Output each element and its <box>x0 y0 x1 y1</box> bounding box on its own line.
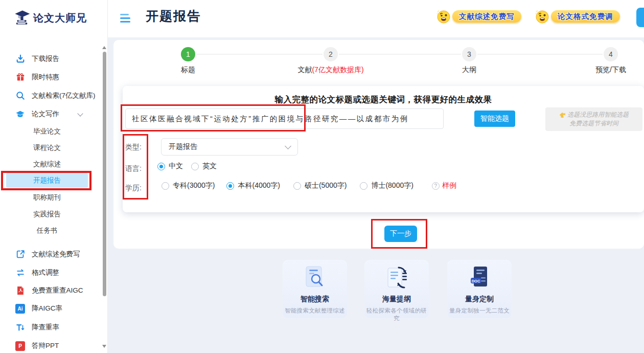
subitem-label: 职称期刊 <box>33 193 61 202</box>
degree-options: 专科(3000字) 本科(4000字) 硕士(5000字) 博士(8000字) … <box>162 181 456 190</box>
feature-card-tailor-made[interactable]: DOC 量身定制 量身定制独一无二范文 <box>447 260 512 318</box>
subitem-label: 开题报告 <box>33 176 61 185</box>
promo-paper-format-free[interactable]: 论文格式免费调 <box>534 9 620 24</box>
sidebar-item-label: 论文写作 <box>32 109 59 119</box>
promo-label: 文献综述免费写 <box>452 10 521 23</box>
radio-english[interactable] <box>191 163 199 170</box>
sidebar-item-paper-writing[interactable]: 论文写作 <box>0 106 100 122</box>
sidebar-item-literature-search[interactable]: 文献检索(7亿文献库) <box>0 88 100 103</box>
radio-label-associate[interactable]: 专科(3000字) <box>173 181 215 190</box>
radio-label-doctor[interactable]: 博士(8000字) <box>371 181 413 190</box>
radio-chinese[interactable] <box>157 163 165 170</box>
language-options: 中文 英文 <box>157 162 217 171</box>
radio-bachelor[interactable] <box>226 182 234 190</box>
sidebar-item-defense-ppt[interactable]: P 答辩PPT <box>0 338 100 353</box>
sidebar: 论文大师兄 下载报告 限时特惠 文献检索(7亿文献库) 论文写作 <box>0 0 108 353</box>
sidebar-item-label: 文献综述免费写 <box>32 250 80 259</box>
radio-label-master[interactable]: 硕士(5000字) <box>305 181 347 190</box>
sidebar-item-label: 免费查重查AIGC <box>32 286 83 295</box>
starstruck-emoji-icon <box>534 9 549 24</box>
radio-master[interactable] <box>293 182 301 190</box>
sidebar-item-reduce-aigc-rate[interactable]: Ai 降AIGC率 <box>0 301 100 316</box>
feature-desc: 量身定制独一无二范文 <box>447 307 512 315</box>
swap-arrows-icon <box>15 268 25 278</box>
step-circle-2: 2 <box>324 47 338 61</box>
pdf-file-icon <box>15 286 25 296</box>
feature-title: 海量提纲 <box>364 295 429 304</box>
text-reduce-icon <box>15 323 25 333</box>
feature-card-massive-outline[interactable]: 海量提纲 轻松探索各个领域的研究 <box>364 260 429 318</box>
sidebar-subitem-practice-report[interactable]: 实践报告 <box>6 207 88 222</box>
sidebar-item-free-plagiarism-aigc-check[interactable]: 免费查重查AIGC <box>0 283 100 298</box>
topbar-action-button-partial[interactable] <box>636 8 644 27</box>
search-icon <box>15 91 25 101</box>
step-circle-3: 3 <box>462 47 476 61</box>
sidebar-subitem-task-book[interactable]: 任务书 <box>6 223 88 238</box>
sidebar-item-limited-offer[interactable]: 限时特惠 <box>0 70 100 85</box>
step-circle-4: 4 <box>604 47 618 61</box>
sidebar-item-label: 降AIGC率 <box>32 304 62 313</box>
sidebar-subitem-graduation-thesis[interactable]: 毕业论文 <box>6 124 88 139</box>
help-icon[interactable]: ? <box>432 182 440 190</box>
sidebar-scrollbar-thumb[interactable] <box>103 52 106 296</box>
download-icon <box>15 54 25 64</box>
topbar: 开题报告 文献综述免费写 论文格式免费调 <box>108 0 644 37</box>
subitem-label: 文献综述 <box>33 160 61 169</box>
radio-doctor[interactable] <box>360 182 367 190</box>
gift-icon <box>15 73 25 82</box>
menu-toggle-icon[interactable] <box>120 14 130 25</box>
step-label-prefix: 文献 <box>297 65 312 74</box>
smart-topic-button[interactable]: 智能选题 <box>474 111 515 127</box>
graduation-cap-icon <box>15 109 25 119</box>
paper-title-input[interactable] <box>125 108 444 129</box>
radio-label-chinese[interactable]: 中文 <box>169 162 183 171</box>
sidebar-item-label: 答辩PPT <box>32 341 59 350</box>
sidebar-item-reduce-duplication-rate[interactable]: 降查重率 <box>0 320 100 335</box>
share-icon <box>15 250 25 259</box>
feature-card-smart-search[interactable]: 智能搜索 智能搜索文献整理综述 <box>283 260 347 318</box>
subitem-label: 任务书 <box>37 226 58 235</box>
sidebar-item-label: 降查重率 <box>32 323 59 332</box>
sidebar-item-label: 下载报告 <box>32 54 59 63</box>
sidebar-subitem-literature-review[interactable]: 文献综述 <box>6 157 88 171</box>
step-connector <box>339 54 461 55</box>
logo-text: 论文大师兄 <box>33 11 87 25</box>
promo-label: 论文格式免费调 <box>551 10 620 23</box>
sidebar-subitem-title-journal[interactable]: 职称期刊 <box>6 190 88 205</box>
sidebar-subitem-proposal-report-active[interactable]: 开题报告 <box>6 173 88 188</box>
scrollbar-down-arrow[interactable] <box>102 345 106 348</box>
sidebar-item-download-report[interactable]: 下载报告 <box>0 51 100 67</box>
radio-label-bachelor[interactable]: 本科(4000字) <box>238 181 280 190</box>
feature-title: 量身定制 <box>447 295 512 304</box>
ai-badge-icon: Ai <box>15 304 25 314</box>
sample-link[interactable]: 样例 <box>442 181 456 190</box>
subitem-label: 课程论文 <box>33 143 61 152</box>
starstruck-emoji-icon <box>435 9 451 24</box>
promo-literature-review-free[interactable]: 文献综述免费写 <box>435 9 521 24</box>
sidebar-item-free-literature-review[interactable]: 文献综述免费写 <box>0 247 100 262</box>
form-heading: 输入完整的论文标题或选题关键词，获得更好的生成效果 <box>123 94 644 105</box>
logo[interactable]: 论文大师兄 <box>13 9 87 27</box>
subitem-label: 实践报告 <box>33 210 61 219</box>
feature-desc: 轻松探索各个领域的研究 <box>364 307 429 322</box>
scrollbar-up-arrow[interactable] <box>102 46 106 49</box>
main-panel: 1 2 3 4 标题 文献(7亿文献数据库) 大纲 预览/下载 输入完整的论文标… <box>113 40 644 249</box>
doc-outline-icon <box>385 265 408 291</box>
sidebar-subitem-course-paper[interactable]: 课程论文 <box>6 140 88 155</box>
sidebar-item-format-adjust[interactable]: 格式调整 <box>0 265 100 280</box>
app-root: 论文大师兄 下载报告 限时特惠 文献检索(7亿文献库) 论文写作 <box>0 0 644 353</box>
radio-associate[interactable] <box>162 182 169 190</box>
step-label-outline: 大纲 <box>462 65 476 75</box>
type-select[interactable]: 开题报告 <box>161 138 298 156</box>
ppt-badge-icon: P <box>15 341 25 351</box>
chevron-down-icon <box>77 111 83 116</box>
next-step-button[interactable]: 下一步 <box>384 226 417 242</box>
radio-label-english[interactable]: 英文 <box>202 162 217 171</box>
pointing-hand-icon <box>559 112 566 118</box>
smart-topic-tip[interactable]: 选题没思路用智能选题 免费选题节省时间 <box>545 107 642 131</box>
svg-text:DOC: DOC <box>472 279 480 283</box>
step-label-title: 标题 <box>181 65 195 75</box>
type-select-value: 开题报告 <box>169 142 197 151</box>
step-label-highlight: (7亿文献数据库) <box>312 65 363 74</box>
step-connector <box>477 54 603 55</box>
